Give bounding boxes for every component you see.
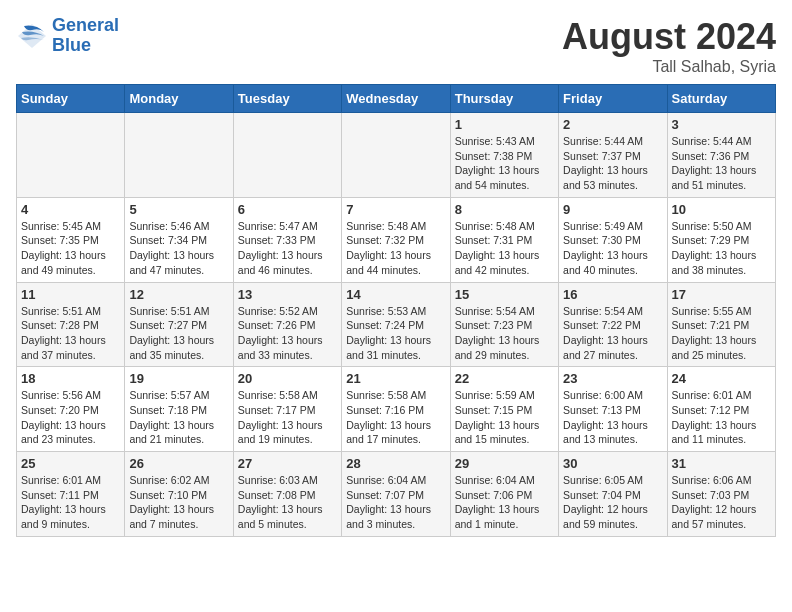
weekday-header-tuesday: Tuesday <box>233 85 341 113</box>
weekday-header-thursday: Thursday <box>450 85 558 113</box>
week-row-2: 4Sunrise: 5:45 AMSunset: 7:35 PMDaylight… <box>17 197 776 282</box>
day-info: Sunrise: 6:04 AMSunset: 7:06 PMDaylight:… <box>455 473 554 532</box>
day-number: 6 <box>238 202 337 217</box>
day-info: Sunrise: 6:04 AMSunset: 7:07 PMDaylight:… <box>346 473 445 532</box>
weekday-header-monday: Monday <box>125 85 233 113</box>
day-info: Sunrise: 6:02 AMSunset: 7:10 PMDaylight:… <box>129 473 228 532</box>
calendar-cell: 19Sunrise: 5:57 AMSunset: 7:18 PMDayligh… <box>125 367 233 452</box>
day-info: Sunrise: 5:45 AMSunset: 7:35 PMDaylight:… <box>21 219 120 278</box>
day-info: Sunrise: 5:57 AMSunset: 7:18 PMDaylight:… <box>129 388 228 447</box>
day-info: Sunrise: 6:01 AMSunset: 7:11 PMDaylight:… <box>21 473 120 532</box>
day-info: Sunrise: 6:05 AMSunset: 7:04 PMDaylight:… <box>563 473 662 532</box>
day-info: Sunrise: 5:49 AMSunset: 7:30 PMDaylight:… <box>563 219 662 278</box>
day-number: 30 <box>563 456 662 471</box>
calendar-cell: 18Sunrise: 5:56 AMSunset: 7:20 PMDayligh… <box>17 367 125 452</box>
day-number: 14 <box>346 287 445 302</box>
month-title: August 2024 <box>562 16 776 58</box>
location: Tall Salhab, Syria <box>562 58 776 76</box>
day-info: Sunrise: 6:00 AMSunset: 7:13 PMDaylight:… <box>563 388 662 447</box>
title-block: August 2024 Tall Salhab, Syria <box>562 16 776 76</box>
day-info: Sunrise: 6:03 AMSunset: 7:08 PMDaylight:… <box>238 473 337 532</box>
day-number: 2 <box>563 117 662 132</box>
calendar-cell <box>125 113 233 198</box>
week-row-3: 11Sunrise: 5:51 AMSunset: 7:28 PMDayligh… <box>17 282 776 367</box>
calendar-cell: 23Sunrise: 6:00 AMSunset: 7:13 PMDayligh… <box>559 367 667 452</box>
calendar-cell <box>17 113 125 198</box>
day-number: 1 <box>455 117 554 132</box>
day-number: 18 <box>21 371 120 386</box>
calendar-cell <box>233 113 341 198</box>
day-info: Sunrise: 5:54 AMSunset: 7:23 PMDaylight:… <box>455 304 554 363</box>
week-row-4: 18Sunrise: 5:56 AMSunset: 7:20 PMDayligh… <box>17 367 776 452</box>
calendar-cell: 15Sunrise: 5:54 AMSunset: 7:23 PMDayligh… <box>450 282 558 367</box>
day-info: Sunrise: 5:51 AMSunset: 7:27 PMDaylight:… <box>129 304 228 363</box>
day-info: Sunrise: 6:01 AMSunset: 7:12 PMDaylight:… <box>672 388 771 447</box>
day-number: 9 <box>563 202 662 217</box>
day-number: 26 <box>129 456 228 471</box>
day-number: 16 <box>563 287 662 302</box>
day-info: Sunrise: 5:51 AMSunset: 7:28 PMDaylight:… <box>21 304 120 363</box>
day-number: 15 <box>455 287 554 302</box>
calendar-cell: 4Sunrise: 5:45 AMSunset: 7:35 PMDaylight… <box>17 197 125 282</box>
day-info: Sunrise: 5:53 AMSunset: 7:24 PMDaylight:… <box>346 304 445 363</box>
weekday-header-saturday: Saturday <box>667 85 775 113</box>
day-number: 21 <box>346 371 445 386</box>
calendar-cell: 5Sunrise: 5:46 AMSunset: 7:34 PMDaylight… <box>125 197 233 282</box>
calendar-cell: 16Sunrise: 5:54 AMSunset: 7:22 PMDayligh… <box>559 282 667 367</box>
day-number: 8 <box>455 202 554 217</box>
calendar-cell: 29Sunrise: 6:04 AMSunset: 7:06 PMDayligh… <box>450 452 558 537</box>
logo-text: General Blue <box>52 16 119 56</box>
calendar-cell: 1Sunrise: 5:43 AMSunset: 7:38 PMDaylight… <box>450 113 558 198</box>
day-info: Sunrise: 5:47 AMSunset: 7:33 PMDaylight:… <box>238 219 337 278</box>
week-row-5: 25Sunrise: 6:01 AMSunset: 7:11 PMDayligh… <box>17 452 776 537</box>
calendar-cell: 28Sunrise: 6:04 AMSunset: 7:07 PMDayligh… <box>342 452 450 537</box>
calendar-cell: 11Sunrise: 5:51 AMSunset: 7:28 PMDayligh… <box>17 282 125 367</box>
calendar-cell: 20Sunrise: 5:58 AMSunset: 7:17 PMDayligh… <box>233 367 341 452</box>
day-number: 27 <box>238 456 337 471</box>
day-number: 19 <box>129 371 228 386</box>
day-number: 25 <box>21 456 120 471</box>
day-number: 12 <box>129 287 228 302</box>
logo: General Blue <box>16 16 119 56</box>
day-info: Sunrise: 5:58 AMSunset: 7:16 PMDaylight:… <box>346 388 445 447</box>
day-info: Sunrise: 5:50 AMSunset: 7:29 PMDaylight:… <box>672 219 771 278</box>
weekday-header-wednesday: Wednesday <box>342 85 450 113</box>
calendar-cell: 17Sunrise: 5:55 AMSunset: 7:21 PMDayligh… <box>667 282 775 367</box>
day-info: Sunrise: 5:56 AMSunset: 7:20 PMDaylight:… <box>21 388 120 447</box>
day-info: Sunrise: 5:44 AMSunset: 7:36 PMDaylight:… <box>672 134 771 193</box>
calendar-cell: 26Sunrise: 6:02 AMSunset: 7:10 PMDayligh… <box>125 452 233 537</box>
day-info: Sunrise: 5:43 AMSunset: 7:38 PMDaylight:… <box>455 134 554 193</box>
weekday-header-sunday: Sunday <box>17 85 125 113</box>
day-number: 11 <box>21 287 120 302</box>
day-number: 4 <box>21 202 120 217</box>
calendar-header: SundayMondayTuesdayWednesdayThursdayFrid… <box>17 85 776 113</box>
week-row-1: 1Sunrise: 5:43 AMSunset: 7:38 PMDaylight… <box>17 113 776 198</box>
day-number: 10 <box>672 202 771 217</box>
day-info: Sunrise: 5:55 AMSunset: 7:21 PMDaylight:… <box>672 304 771 363</box>
day-number: 29 <box>455 456 554 471</box>
day-number: 20 <box>238 371 337 386</box>
page-header: General Blue August 2024 Tall Salhab, Sy… <box>16 16 776 76</box>
day-info: Sunrise: 5:46 AMSunset: 7:34 PMDaylight:… <box>129 219 228 278</box>
calendar-cell: 6Sunrise: 5:47 AMSunset: 7:33 PMDaylight… <box>233 197 341 282</box>
calendar-cell: 21Sunrise: 5:58 AMSunset: 7:16 PMDayligh… <box>342 367 450 452</box>
day-number: 17 <box>672 287 771 302</box>
day-info: Sunrise: 5:48 AMSunset: 7:32 PMDaylight:… <box>346 219 445 278</box>
day-number: 7 <box>346 202 445 217</box>
calendar-cell: 27Sunrise: 6:03 AMSunset: 7:08 PMDayligh… <box>233 452 341 537</box>
calendar-cell: 12Sunrise: 5:51 AMSunset: 7:27 PMDayligh… <box>125 282 233 367</box>
day-info: Sunrise: 5:44 AMSunset: 7:37 PMDaylight:… <box>563 134 662 193</box>
day-info: Sunrise: 5:54 AMSunset: 7:22 PMDaylight:… <box>563 304 662 363</box>
day-number: 31 <box>672 456 771 471</box>
day-number: 24 <box>672 371 771 386</box>
calendar-cell: 14Sunrise: 5:53 AMSunset: 7:24 PMDayligh… <box>342 282 450 367</box>
calendar-cell: 30Sunrise: 6:05 AMSunset: 7:04 PMDayligh… <box>559 452 667 537</box>
day-info: Sunrise: 6:06 AMSunset: 7:03 PMDaylight:… <box>672 473 771 532</box>
calendar-cell: 24Sunrise: 6:01 AMSunset: 7:12 PMDayligh… <box>667 367 775 452</box>
weekday-header-friday: Friday <box>559 85 667 113</box>
day-number: 5 <box>129 202 228 217</box>
calendar-cell: 22Sunrise: 5:59 AMSunset: 7:15 PMDayligh… <box>450 367 558 452</box>
day-number: 23 <box>563 371 662 386</box>
calendar-cell: 25Sunrise: 6:01 AMSunset: 7:11 PMDayligh… <box>17 452 125 537</box>
calendar-cell: 10Sunrise: 5:50 AMSunset: 7:29 PMDayligh… <box>667 197 775 282</box>
